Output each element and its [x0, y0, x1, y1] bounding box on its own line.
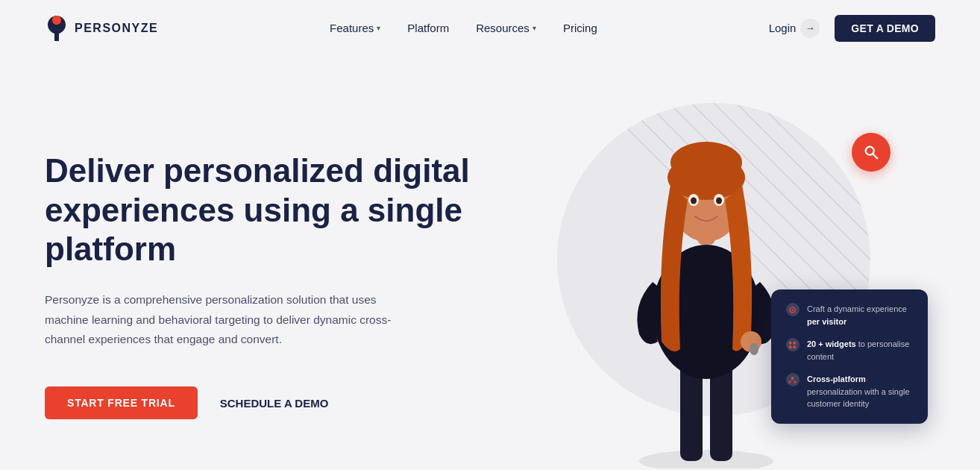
hero-section: Deliver personalized digital experiences… — [0, 56, 980, 470]
svg-rect-30 — [794, 345, 797, 348]
widgets-icon — [786, 338, 800, 351]
search-bubble — [852, 133, 891, 172]
info-card-item-1: Craft a dynamic experience per visitor — [786, 303, 913, 328]
info-card-item-3: Cross-platform personalization with a si… — [786, 373, 913, 410]
hero-content: Deliver personalized digital experiences… — [45, 137, 535, 419]
nav-item-features[interactable]: Features ▾ — [330, 22, 380, 34]
svg-rect-28 — [794, 341, 797, 344]
info-card-item-2: 20 + widgets to personalise content — [786, 338, 913, 363]
svg-point-31 — [791, 376, 794, 379]
experience-icon — [786, 303, 800, 316]
logo-text: PERSONYZE — [75, 22, 158, 35]
start-trial-button[interactable]: START FREE TRIAL — [45, 386, 198, 419]
hero-title: Deliver personalized digital experiences… — [45, 151, 477, 269]
svg-point-26 — [792, 309, 794, 311]
svg-line-24 — [873, 154, 878, 158]
hero-description: Personyze is a comprehensive personaliza… — [45, 290, 410, 349]
nav-right: Login → GET A DEMO — [769, 15, 935, 42]
svg-point-16 — [670, 142, 742, 184]
svg-point-19 — [691, 197, 697, 204]
chevron-down-icon: ▾ — [533, 24, 536, 32]
svg-line-35 — [793, 379, 796, 381]
schedule-demo-button[interactable]: SCHEDULE A DEMO — [220, 397, 329, 410]
nav-links: Features ▾ Platform Resources ▾ Pricing — [330, 22, 597, 34]
login-button[interactable]: Login → — [769, 19, 820, 38]
logo[interactable]: PERSONYZE — [45, 14, 158, 43]
svg-point-9 — [639, 450, 773, 469]
hero-buttons: START FREE TRIAL SCHEDULE A DEMO — [45, 386, 535, 419]
svg-rect-29 — [789, 345, 792, 348]
svg-point-20 — [716, 197, 722, 204]
nav-item-resources[interactable]: Resources ▾ — [476, 22, 536, 34]
info-card: Craft a dynamic experience per visitor 2… — [771, 289, 928, 424]
svg-point-22 — [750, 343, 758, 355]
nav-item-pricing[interactable]: Pricing — [563, 22, 597, 34]
svg-line-34 — [790, 379, 793, 381]
chevron-down-icon: ▾ — [377, 24, 380, 32]
nav-item-platform[interactable]: Platform — [407, 22, 449, 34]
hero-visual: Craft a dynamic experience per visitor 2… — [535, 88, 935, 469]
platform-icon — [786, 373, 800, 386]
login-arrow-icon: → — [800, 19, 820, 38]
navbar: PERSONYZE Features ▾ Platform Resources … — [0, 0, 980, 56]
svg-rect-27 — [789, 341, 792, 344]
get-demo-button[interactable]: GET A DEMO — [835, 15, 935, 42]
